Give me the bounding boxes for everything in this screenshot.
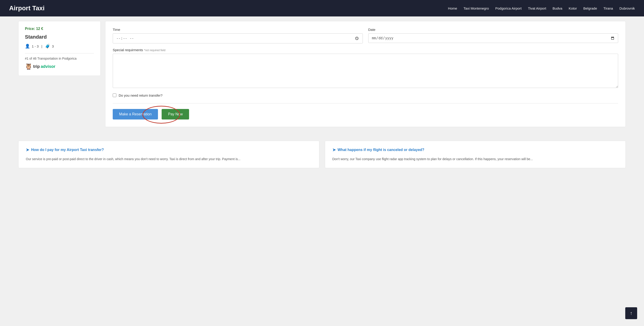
nav-tirana[interactable]: Tirana bbox=[604, 6, 613, 10]
nav-belgrade[interactable]: Belgrade bbox=[583, 6, 597, 10]
special-req-textarea[interactable] bbox=[113, 54, 618, 88]
nav-tivat-airport[interactable]: Tivat Airport bbox=[528, 6, 546, 10]
nav-taxi-montenegro[interactable]: Taxi Montenegro bbox=[464, 6, 489, 10]
top-section: Price: 12 € Standard 👤 1 - 3 | 🧳 3 #1 of… bbox=[0, 16, 644, 132]
time-input[interactable] bbox=[113, 33, 363, 43]
price-value: 12 € bbox=[36, 27, 43, 31]
vehicle-card: Price: 12 € Standard 👤 1 - 3 | 🧳 3 #1 of… bbox=[18, 21, 100, 76]
faq-question-0[interactable]: ➤ How do I pay for my Airport Taxi trans… bbox=[26, 147, 312, 152]
not-required-note: *not required field bbox=[144, 49, 166, 52]
date-input[interactable] bbox=[368, 33, 618, 43]
return-transfer-checkbox[interactable] bbox=[113, 93, 116, 97]
faq-arrow-icon-0: ➤ bbox=[26, 147, 29, 152]
nav-kotor[interactable]: Kotor bbox=[569, 6, 577, 10]
form-divider bbox=[113, 103, 618, 103]
card-divider bbox=[25, 53, 94, 53]
price-label: Price: 12 € bbox=[25, 27, 94, 31]
return-transfer-label: Do you need return transfer? bbox=[119, 93, 162, 97]
luggage-icon: 🧳 bbox=[45, 44, 50, 49]
time-label: Time bbox=[113, 28, 363, 31]
price-text: Price: bbox=[25, 27, 35, 31]
date-label: Date bbox=[368, 28, 618, 31]
passengers-icon: 👤 bbox=[25, 44, 30, 49]
page-content: Price: 12 € Standard 👤 1 - 3 | 🧳 3 #1 of… bbox=[0, 16, 644, 182]
tripadvisor-logo: 🦉 tripadvisor bbox=[25, 63, 94, 70]
vehicle-specs: 👤 1 - 3 | 🧳 3 bbox=[25, 44, 94, 49]
booking-form: Time Date Special requirments *not requi… bbox=[105, 21, 626, 127]
faq-answer-1: Don't worry, our Taxi company use flight… bbox=[332, 156, 618, 162]
date-group: Date bbox=[368, 28, 618, 43]
special-req-label: Special requirments *not required field bbox=[113, 48, 618, 52]
luggage-count: 3 bbox=[52, 44, 54, 48]
nav-podgorica-airport[interactable]: Podgorica Airport bbox=[496, 6, 522, 10]
faq-section: ➤ How do I pay for my Airport Taxi trans… bbox=[0, 141, 644, 168]
make-reservation-button[interactable]: Make a Reservation bbox=[113, 109, 158, 119]
nav-dubrovnik[interactable]: Dubrovnik bbox=[619, 6, 635, 10]
return-transfer-row: Do you need return transfer? bbox=[113, 93, 618, 97]
faq-card-0: ➤ How do I pay for my Airport Taxi trans… bbox=[18, 141, 319, 168]
nav-home[interactable]: Home bbox=[448, 6, 457, 10]
ranking-text: #1 of 46 Transportation in Podgorica bbox=[25, 57, 94, 60]
faq-card-1: ➤ What happens if my flight is canceled … bbox=[325, 141, 626, 168]
buttons-row: Make a Reservation Pay Now bbox=[113, 109, 618, 119]
time-date-row: Time Date bbox=[113, 28, 618, 43]
ta-trip-text: trip bbox=[33, 64, 40, 69]
ta-advisor-text: advisor bbox=[41, 64, 55, 69]
site-logo: Airport Taxi bbox=[9, 4, 44, 12]
faq-arrow-icon-1: ➤ bbox=[332, 147, 336, 152]
faq-question-1[interactable]: ➤ What happens if my flight is canceled … bbox=[332, 147, 618, 152]
vehicle-title: Standard bbox=[25, 34, 94, 40]
time-group: Time bbox=[113, 28, 363, 43]
nav-budva[interactable]: Budva bbox=[552, 6, 562, 10]
main-nav: Home Taxi Montenegro Podgorica Airport T… bbox=[448, 6, 635, 10]
faq-answer-0: Our service is pre-paid or post-paid dir… bbox=[26, 156, 312, 162]
pay-now-button[interactable]: Pay Now bbox=[162, 109, 189, 119]
passengers-range: 1 - 3 bbox=[32, 44, 39, 48]
special-req-section: Special requirments *not required field bbox=[113, 48, 618, 93]
ta-owl-icon: 🦉 bbox=[25, 63, 32, 70]
